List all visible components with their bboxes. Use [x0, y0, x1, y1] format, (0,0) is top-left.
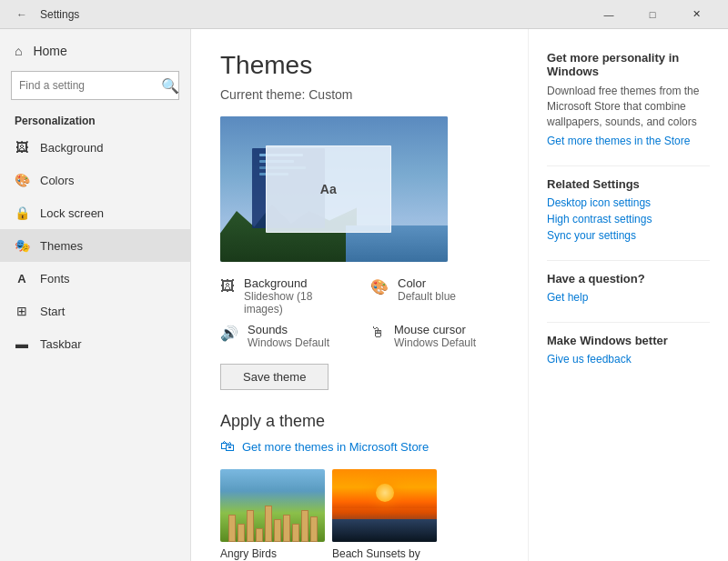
rp-high-contrast-link[interactable]: High contrast settings	[547, 213, 710, 225]
sidebar-item-lock-screen[interactable]: 🔒 Lock screen	[0, 196, 190, 229]
sidebar-item-label: Fonts	[40, 272, 70, 286]
rp-personality-link[interactable]: Get more themes in the Store	[547, 135, 710, 147]
rp-better-section: Make Windows better Give us feedback	[547, 334, 710, 366]
rp-personality-title: Get more personality in Windows	[547, 51, 710, 78]
angry-birds-bg	[220, 469, 325, 542]
detail-color[interactable]: 🎨 Color Default blue	[370, 276, 499, 316]
start-icon: ⊞	[15, 304, 29, 318]
theme-grid: Angry Birds 6 images, sounds Beach Sunse…	[220, 469, 499, 561]
sidebar-item-label: Background	[40, 141, 103, 155]
colors-icon: 🎨	[15, 173, 29, 187]
minimize-button[interactable]: —	[588, 0, 630, 29]
sidebar-item-themes[interactable]: 🎭 Themes	[0, 229, 190, 262]
rp-feedback-link[interactable]: Give us feedback	[547, 353, 710, 366]
detail-sounds-icon: 🔊	[220, 325, 238, 342]
rp-divider1	[547, 165, 710, 166]
window-controls: — □ ✕	[588, 0, 717, 29]
search-icon: 🔍	[161, 77, 179, 95]
rp-divider2	[547, 260, 710, 261]
rp-divider3	[547, 322, 710, 323]
sidebar-item-start[interactable]: ⊞ Start	[0, 295, 190, 327]
lock-screen-icon: 🔒	[15, 205, 29, 220]
rp-desktop-icon-link[interactable]: Desktop icon settings	[547, 196, 710, 209]
app-body: ⌂ Home 🔍 Personalization 🖼 Background 🎨 …	[0, 29, 728, 561]
save-theme-button[interactable]: Save theme	[220, 364, 329, 390]
theme-card-img-beach	[332, 469, 437, 542]
theme-preview: Aa	[220, 116, 448, 262]
rp-personality-desc: Download free themes from the Microsoft …	[547, 84, 710, 129]
fonts-icon: A	[15, 271, 29, 286]
rp-get-help-link[interactable]: Get help	[547, 291, 710, 304]
home-icon: ⌂	[15, 44, 22, 58]
theme-card-img-angry-birds	[220, 469, 325, 542]
theme-card-name-angry-birds: Angry Birds	[220, 547, 325, 560]
sidebar-item-colors[interactable]: 🎨 Colors	[0, 164, 190, 196]
theme-card-name-beach: Beach Sunsets by Josh Sommers	[332, 547, 437, 561]
detail-sounds[interactable]: 🔊 Sounds Windows Default	[220, 323, 349, 349]
apply-theme-title: Apply a theme	[220, 412, 499, 431]
detail-background-icon: 🖼	[220, 278, 235, 295]
sidebar-item-taskbar[interactable]: ▬ Taskbar	[0, 327, 190, 360]
sidebar-item-home[interactable]: ⌂ Home	[0, 36, 190, 65]
sidebar-search-box[interactable]: 🔍	[11, 71, 179, 100]
sidebar-item-label: Start	[40, 305, 65, 318]
detail-background[interactable]: 🖼 Background Slideshow (18 images)	[220, 276, 349, 316]
sidebar-item-label: Themes	[40, 239, 83, 253]
rp-personality-section: Get more personality in Windows Download…	[547, 51, 710, 147]
current-theme-label: Current theme: Custom	[220, 87, 499, 102]
main-content: Themes Current theme: Custom Aa 🖼 Backgr…	[191, 29, 528, 561]
sidebar: ⌂ Home 🔍 Personalization 🖼 Background 🎨 …	[0, 29, 191, 561]
detail-color-icon: 🎨	[370, 278, 389, 296]
maximize-button[interactable]: □	[632, 0, 673, 29]
sidebar-item-background[interactable]: 🖼 Background	[0, 131, 190, 164]
sidebar-item-label: Colors	[40, 174, 75, 187]
sidebar-item-label: Lock screen	[40, 206, 104, 220]
sidebar-section-title: Personalization	[0, 105, 190, 131]
close-button[interactable]: ✕	[675, 0, 717, 29]
store-icon: 🛍	[220, 438, 235, 455]
back-icon: ←	[16, 8, 27, 21]
titlebar: ← Settings — □ ✕	[0, 0, 728, 29]
rp-related-title: Related Settings	[547, 177, 710, 191]
right-panel: Get more personality in Windows Download…	[528, 29, 728, 561]
detail-sounds-text: Sounds Windows Default	[248, 323, 329, 349]
sidebar-home-label: Home	[33, 44, 66, 58]
rp-related-section: Related Settings Desktop icon settings H…	[547, 177, 710, 242]
taskbar-icon: ▬	[15, 336, 29, 351]
store-link-label: Get more themes in Microsoft Store	[242, 440, 429, 454]
theme-details: 🖼 Background Slideshow (18 images) 🎨 Col…	[220, 276, 499, 349]
sidebar-item-label: Taskbar	[40, 337, 82, 351]
detail-mouse-cursor-text: Mouse cursor Windows Default	[394, 323, 476, 349]
themes-icon: 🎭	[15, 238, 29, 253]
detail-background-text: Background Slideshow (18 images)	[244, 276, 349, 316]
back-button[interactable]: ←	[11, 4, 33, 25]
detail-color-text: Color Default blue	[398, 276, 456, 303]
page-title: Themes	[220, 51, 499, 80]
theme-card-beach-sunsets[interactable]: Beach Sunsets by Josh Sommers 15 images,…	[332, 469, 437, 561]
detail-mouse-cursor-icon: 🖱	[370, 325, 385, 341]
store-link[interactable]: 🛍 Get more themes in Microsoft Store	[220, 438, 499, 455]
rp-question-section: Have a question? Get help	[547, 272, 710, 304]
rp-better-title: Make Windows better	[547, 334, 710, 347]
rp-sync-link[interactable]: Sync your settings	[547, 229, 710, 242]
sidebar-item-fonts[interactable]: A Fonts	[0, 262, 190, 295]
preview-window: Aa	[266, 145, 391, 233]
theme-card-angry-birds[interactable]: Angry Birds 6 images, sounds	[220, 469, 325, 561]
rp-question-title: Have a question?	[547, 272, 710, 286]
detail-mouse-cursor[interactable]: 🖱 Mouse cursor Windows Default	[370, 323, 499, 349]
titlebar-title: Settings	[40, 8, 588, 21]
search-input[interactable]	[19, 79, 156, 92]
beach-bg	[332, 469, 437, 542]
background-icon: 🖼	[15, 140, 29, 155]
